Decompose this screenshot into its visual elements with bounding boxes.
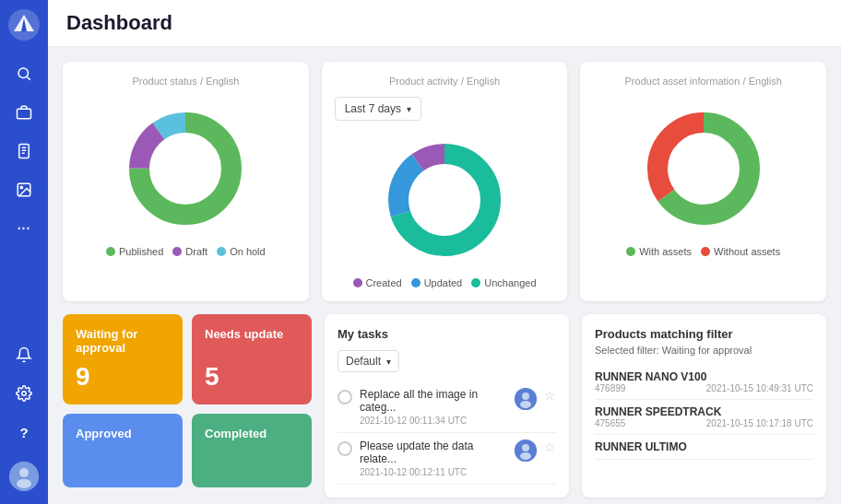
product-status-chart-area: Published Draft On hold bbox=[76, 97, 296, 257]
products-filter-card: Products matching filter Selected filter… bbox=[582, 314, 826, 498]
product-meta: 475655 2021-10-15 10:17:18 UTC bbox=[595, 418, 813, 428]
dropdown-arrow-icon: ▾ bbox=[407, 104, 411, 114]
product-asset-donut bbox=[639, 104, 768, 233]
task-text: Replace all the image in categ... bbox=[360, 388, 507, 414]
products-filter-label: Selected filter: Waiting for approval bbox=[595, 345, 813, 356]
sidebar: ··· ? bbox=[0, 0, 48, 504]
needs-update-tile[interactable]: Needs update 5 bbox=[192, 314, 312, 404]
charts-row: Product status / English bbox=[63, 62, 826, 301]
product-id: 476899 bbox=[595, 383, 625, 393]
task-avatar bbox=[515, 440, 537, 462]
svg-point-32 bbox=[520, 452, 531, 460]
product-activity-chart-area: Last 7 days ▾ bbox=[335, 97, 555, 288]
approved-label: Approved bbox=[76, 427, 170, 440]
page-title: Dashboard bbox=[66, 11, 823, 35]
product-item[interactable]: RUNNER ULTIMO bbox=[595, 435, 813, 460]
task-avatar bbox=[515, 388, 537, 410]
svg-point-31 bbox=[522, 444, 529, 451]
image-nav-icon[interactable] bbox=[7, 173, 41, 206]
task-checkbox[interactable] bbox=[338, 441, 352, 456]
svg-rect-5 bbox=[18, 109, 31, 119]
page-header: Dashboard bbox=[48, 0, 841, 47]
tasks-header: My tasks bbox=[338, 327, 556, 341]
waiting-approval-count: 9 bbox=[76, 362, 170, 392]
product-item[interactable]: RUNNER SPEEDTRACK 475655 2021-10-15 10:1… bbox=[595, 400, 813, 435]
product-date: 2021-10-15 10:49:31 UTC bbox=[706, 383, 813, 393]
needs-update-label: Needs update bbox=[205, 327, 299, 341]
product-id: 475655 bbox=[595, 418, 625, 428]
dashboard-content: Product status / English bbox=[48, 47, 841, 504]
task-content: Please update the data relate... 2021-10… bbox=[360, 440, 507, 477]
product-date: 2021-10-15 10:17:18 UTC bbox=[706, 418, 813, 428]
product-activity-legend: Created Updated Unchanged bbox=[353, 277, 537, 288]
tasks-card: My tasks Default ▾ Replace all the image… bbox=[325, 314, 569, 498]
svg-point-3 bbox=[18, 68, 29, 78]
task-star-icon[interactable]: ☆ bbox=[544, 388, 556, 403]
svg-point-28 bbox=[522, 393, 529, 400]
tiles-top-row: Waiting for approval 9 Needs update 5 bbox=[63, 314, 312, 404]
product-asset-chart-area: With assets Without assets bbox=[593, 97, 813, 257]
svg-point-23 bbox=[409, 165, 480, 235]
activity-period-dropdown[interactable]: Last 7 days ▾ bbox=[335, 97, 421, 121]
task-checkbox[interactable] bbox=[338, 390, 352, 404]
product-asset-legend: With assets Without assets bbox=[626, 246, 780, 257]
svg-point-14 bbox=[19, 468, 29, 477]
tiles-bottom-row: Approved Completed bbox=[63, 414, 312, 487]
products-filter-title: Products matching filter bbox=[595, 327, 813, 341]
svg-point-29 bbox=[520, 401, 531, 408]
tasks-dropdown[interactable]: Default ▾ bbox=[338, 350, 399, 372]
svg-line-4 bbox=[27, 76, 30, 79]
waiting-approval-tile[interactable]: Waiting for approval 9 bbox=[63, 314, 183, 404]
logo[interactable] bbox=[8, 9, 40, 41]
more-nav-icon[interactable]: ··· bbox=[7, 212, 41, 245]
settings-nav-icon[interactable] bbox=[7, 377, 41, 410]
product-activity-card: Product activity / English Last 7 days ▾ bbox=[322, 62, 568, 301]
product-meta: 476899 2021-10-15 10:49:31 UTC bbox=[595, 383, 813, 393]
help-nav-icon[interactable]: ? bbox=[7, 416, 41, 449]
completed-label: Completed bbox=[205, 427, 299, 440]
svg-point-26 bbox=[669, 134, 739, 204]
product-status-legend: Published Draft On hold bbox=[106, 246, 266, 257]
bell-nav-icon[interactable] bbox=[7, 338, 41, 371]
task-item: Please update the data relate... 2021-10… bbox=[338, 433, 556, 485]
user-avatar[interactable] bbox=[9, 462, 39, 491]
task-item: Replace all the image in categ... 2021-1… bbox=[338, 381, 556, 433]
search-nav-icon[interactable] bbox=[7, 57, 41, 90]
product-status-title: Product status / English bbox=[132, 75, 239, 88]
task-date: 2021-10-12 00:12:11 UTC bbox=[360, 467, 507, 477]
product-status-donut bbox=[121, 104, 250, 233]
product-name: RUNNER NANO V100 bbox=[595, 370, 813, 383]
completed-tile[interactable]: Completed bbox=[192, 414, 312, 487]
product-name: RUNNER SPEEDTRACK bbox=[595, 405, 813, 418]
tasks-title: My tasks bbox=[338, 327, 388, 341]
needs-update-count: 5 bbox=[205, 362, 299, 392]
task-text: Please update the data relate... bbox=[360, 440, 507, 465]
waiting-approval-label: Waiting for approval bbox=[76, 327, 170, 355]
bottom-row: Waiting for approval 9 Needs update 5 Ap… bbox=[63, 314, 826, 498]
product-asset-card: Product asset information / English bbox=[580, 62, 826, 301]
product-activity-title: Product activity / English bbox=[389, 75, 500, 88]
main-content: Dashboard Product status / English bbox=[48, 0, 841, 504]
clipboard-nav-icon[interactable] bbox=[7, 135, 41, 168]
briefcase-nav-icon[interactable] bbox=[7, 96, 41, 129]
product-activity-donut bbox=[380, 135, 509, 264]
svg-point-12 bbox=[22, 392, 27, 396]
tasks-dropdown-arrow-icon: ▾ bbox=[386, 357, 391, 367]
task-content: Replace all the image in categ... 2021-1… bbox=[360, 388, 507, 426]
product-name: RUNNER ULTIMO bbox=[595, 440, 813, 453]
task-star-icon[interactable]: ☆ bbox=[544, 440, 556, 454]
task-date: 2021-10-12 00:11:34 UTC bbox=[360, 416, 507, 426]
svg-point-11 bbox=[20, 186, 22, 188]
approved-tile[interactable]: Approved bbox=[63, 414, 183, 487]
product-status-card: Product status / English bbox=[63, 62, 309, 301]
product-asset-title: Product asset information / English bbox=[625, 75, 782, 88]
status-tiles-container: Waiting for approval 9 Needs update 5 Ap… bbox=[63, 314, 312, 498]
product-item[interactable]: RUNNER NANO V100 476899 2021-10-15 10:49… bbox=[595, 365, 813, 400]
svg-point-15 bbox=[17, 479, 31, 488]
svg-point-19 bbox=[150, 134, 220, 204]
